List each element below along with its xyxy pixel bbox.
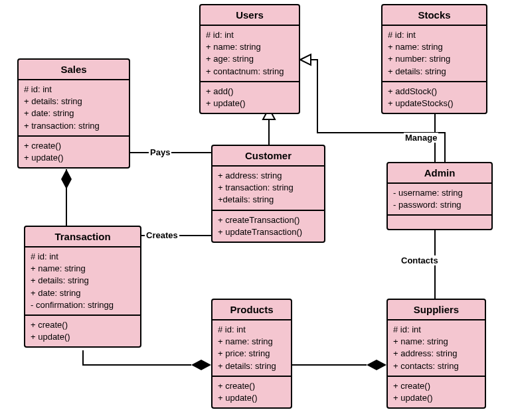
class-attributes: + address: string + transaction: string … [212, 167, 324, 211]
class-operations: + createTransaction() + updateTransactio… [212, 211, 324, 242]
class-attributes: # id: int + name: string + details: stri… [25, 247, 140, 316]
class-title: Users [201, 5, 299, 26]
class-operations: + create() + update() [388, 377, 485, 407]
class-attributes: # id: int + details: string + date: stri… [19, 80, 129, 137]
rel-label-creates: Creates [145, 230, 179, 240]
class-suppliers: Suppliers # id: int + name: string + add… [386, 299, 486, 409]
class-stocks: Stocks # id: int + name: string + number… [381, 4, 487, 114]
class-attributes: # id: int + name: string + price: string… [212, 320, 291, 377]
class-attributes: # id: int + name: string + number: strin… [382, 26, 486, 82]
class-title: Transaction [25, 227, 140, 247]
class-attributes: - username: string - password: string [388, 184, 491, 216]
class-title: Products [212, 300, 291, 320]
class-sales: Sales # id: int + details: string + date… [17, 58, 130, 169]
class-users: Users # id: int + name: string + age: st… [199, 4, 300, 114]
class-title: Customer [212, 146, 324, 167]
class-operations [388, 216, 491, 229]
class-customer: Customer + address: string + transaction… [211, 145, 325, 243]
class-attributes: # id: int + name: string + age: string +… [201, 26, 299, 82]
svg-marker-1 [300, 54, 311, 65]
class-title: Admin [388, 163, 491, 184]
class-products: Products # id: int + name: string + pric… [211, 299, 292, 409]
svg-marker-3 [191, 360, 211, 370]
class-title: Suppliers [388, 300, 485, 320]
class-operations: + create() + update() [25, 316, 140, 346]
class-title: Sales [19, 60, 129, 80]
class-operations: + add() + update() [201, 82, 299, 113]
class-transaction: Transaction # id: int + name: string + d… [24, 226, 141, 348]
svg-marker-2 [61, 169, 72, 189]
rel-label-manage: Manage [404, 133, 438, 143]
rel-label-contacts: Contacts [400, 255, 440, 265]
class-operations: + addStock() + updateStocks() [382, 82, 486, 113]
rel-label-pays: Pays [149, 147, 171, 157]
svg-marker-4 [367, 360, 386, 370]
class-attributes: # id: int + name: string + address: stri… [388, 320, 485, 377]
class-title: Stocks [382, 5, 486, 26]
class-operations: + create() + update() [19, 137, 129, 167]
class-admin: Admin - username: string - password: str… [386, 162, 493, 230]
class-operations: + create() + update() [212, 377, 291, 407]
